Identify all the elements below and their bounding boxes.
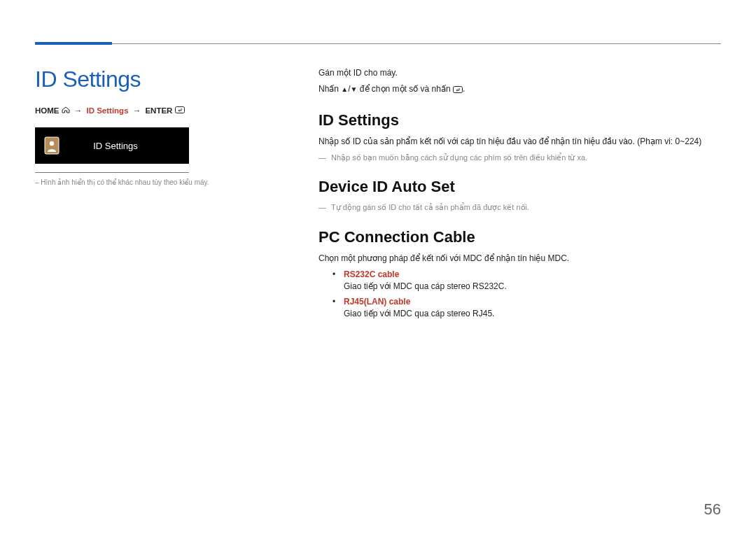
section2-note: Tự động gán số ID cho tất cả sản phẩm đã…	[318, 202, 721, 214]
left-column: ID Settings HOME → ID Settings → ENTER	[35, 66, 280, 186]
intro2-part-c: .	[463, 84, 465, 94]
svg-point-2	[50, 141, 54, 146]
breadcrumb-home: HOME	[35, 106, 59, 115]
arrow-icon: →	[133, 106, 141, 115]
bullet-desc: Giao tiếp với MDC qua cáp stereo RS232C.	[332, 281, 721, 291]
top-accent-bar	[35, 42, 112, 45]
enter-icon-inline	[453, 84, 463, 94]
bullet-item: RJ45(LAN) cable Giao tiếp với MDC qua cá…	[332, 295, 721, 318]
section3-body: Chọn một phương pháp để kết nối với MDC …	[318, 252, 721, 265]
section-heading-pc-connection-cable: PC Connection Cable	[318, 228, 721, 246]
bullet-desc: Giao tiếp với MDC qua cáp stereo RJ45.	[332, 309, 721, 318]
bullet-title: RJ45(LAN) cable	[344, 297, 410, 307]
up-icon: ▲	[341, 85, 348, 93]
intro2-part-a: Nhấn	[318, 84, 341, 94]
bullet-title: RS232C cable	[344, 269, 399, 279]
document-page: ID Settings HOME → ID Settings → ENTER	[0, 0, 756, 534]
svg-rect-3	[453, 87, 462, 93]
intro-line-2: Nhấn ▲/▼ để chọn một số và nhấn .	[318, 83, 721, 96]
right-column: Gán một ID cho máy. Nhấn ▲/▼ để chọn một…	[318, 66, 721, 323]
id-settings-icon	[43, 136, 60, 155]
top-rule	[35, 43, 721, 44]
home-icon	[62, 106, 72, 115]
enter-icon	[175, 106, 185, 115]
page-number: 56	[704, 500, 721, 519]
svg-rect-0	[175, 107, 184, 113]
menu-preview-box: ID Settings	[35, 127, 189, 164]
section-heading-id-settings: ID Settings	[318, 111, 721, 129]
intro2-part-b: để chọn một số và nhấn	[358, 84, 453, 94]
intro-line-1: Gán một ID cho máy.	[318, 66, 721, 80]
breadcrumb-enter: ENTER	[145, 106, 172, 115]
down-icon: ▼	[351, 85, 358, 93]
left-divider	[35, 172, 189, 173]
left-footnote: – Hình ảnh hiển thị có thể khác nhau tùy…	[35, 178, 280, 186]
page-title: ID Settings	[35, 66, 280, 92]
section-heading-device-id-auto-set: Device ID Auto Set	[318, 178, 721, 196]
arrow-icon: →	[74, 106, 83, 115]
breadcrumb-current: ID Settings	[86, 106, 128, 115]
section1-body: Nhập số ID của sản phẩm kết nối với cáp …	[318, 135, 721, 148]
breadcrumb: HOME → ID Settings → ENTER	[35, 106, 280, 115]
bullet-item: RS232C cable Giao tiếp với MDC qua cáp s…	[332, 268, 721, 291]
menu-preview-label: ID Settings	[67, 141, 164, 151]
section1-note: Nhập số bạn muốn bằng cách sử dụng các p…	[318, 152, 721, 164]
